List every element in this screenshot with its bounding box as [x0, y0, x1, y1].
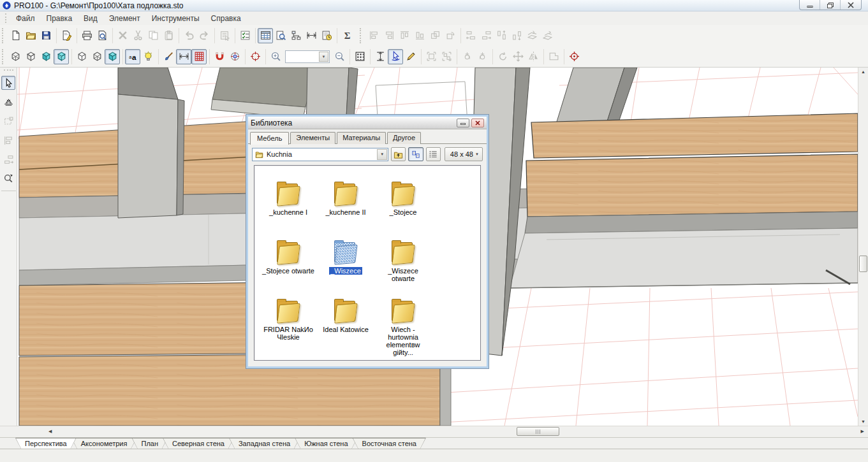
align-r-icon	[384, 30, 395, 41]
summary-button[interactable]: Σ	[339, 28, 355, 43]
zoom-tool-button[interactable]	[1, 171, 15, 185]
ungroup-button	[439, 49, 454, 64]
view-textures-button[interactable]	[54, 49, 69, 64]
menu-item-0[interactable]: Файл	[10, 13, 41, 24]
scroll-left-icon[interactable]: ◀	[48, 429, 52, 434]
center-point-button[interactable]	[566, 49, 582, 64]
library-tab-3[interactable]: Другое	[387, 132, 421, 144]
toolbar-group	[460, 28, 557, 43]
combo-dropdown-icon[interactable]: ▼	[319, 52, 328, 62]
view-color-button[interactable]	[38, 49, 54, 64]
report-button[interactable]	[59, 28, 74, 43]
show-dimensions-button[interactable]	[176, 49, 191, 64]
menu-item-3[interactable]: Элемент	[103, 13, 146, 24]
library-folder-item-2[interactable]: _Stojece	[374, 173, 432, 232]
library-tab-0[interactable]: Мебель	[250, 132, 289, 145]
view-tab-1[interactable]: Аксонометрия	[71, 438, 137, 449]
lighting-button[interactable]	[140, 49, 156, 64]
preview-pane-button[interactable]	[273, 28, 288, 43]
details-view-button[interactable]	[426, 147, 441, 161]
center-view-button[interactable]	[247, 49, 263, 64]
view-wireframe-button[interactable]	[8, 49, 23, 64]
up-folder-button[interactable]	[391, 147, 406, 161]
scroll-down-icon[interactable]: ▼	[858, 419, 868, 424]
library-tabs: МебельЭлементыМатериалыДругое	[248, 129, 487, 144]
pointer-mode-button[interactable]	[388, 49, 403, 64]
combo-dropdown-icon[interactable]: ▼	[377, 149, 387, 160]
library-tab-1[interactable]: Элементы	[290, 132, 335, 144]
view-tab-2[interactable]: План	[131, 438, 168, 449]
library-folder-item-1[interactable]: _kuchenne II	[317, 173, 374, 232]
library-folder-item-3[interactable]: _Stojece otwarte	[260, 232, 317, 291]
show-text-button[interactable]: aa	[125, 49, 140, 64]
structure-button[interactable]	[288, 28, 304, 43]
snap-points-button[interactable]	[227, 49, 242, 64]
menu-item-4[interactable]: Инструменты	[146, 13, 205, 24]
view-tab-0[interactable]: Перспектива	[15, 438, 77, 449]
dimensions-report-button[interactable]	[304, 28, 319, 43]
solid-mode-button[interactable]	[105, 49, 120, 64]
item-list-button[interactable]	[237, 28, 253, 43]
library-minimize-button[interactable]	[457, 119, 469, 127]
element-height-button[interactable]	[372, 49, 388, 64]
scroll-right-icon[interactable]: ▶	[861, 429, 864, 434]
toolbar-group	[56, 28, 76, 43]
library-folder-item-0[interactable]: _kuchenne I	[260, 173, 317, 232]
svg-text:a: a	[131, 53, 136, 61]
price-list-button[interactable]	[258, 28, 273, 43]
zoom-level-combo[interactable]: ▼	[285, 50, 330, 63]
scroll-up-icon[interactable]: ▲	[858, 69, 868, 74]
view-tab-label: Перспектива	[16, 438, 76, 449]
background-paint-button[interactable]	[161, 49, 176, 64]
show-grid-button[interactable]	[191, 49, 207, 64]
view-tab-5[interactable]: Южная стена	[295, 438, 357, 449]
zoom-out-button[interactable]	[332, 49, 347, 64]
library-folder-list[interactable]: _kuchenne I_kuchenne II_Stojece_Stojece …	[254, 165, 481, 361]
library-folder-item-7[interactable]: Ideal Katowice	[317, 291, 374, 349]
flat2-icon	[542, 30, 553, 41]
view-tab-4[interactable]: Западная стена	[229, 438, 300, 449]
properties-icon	[219, 30, 230, 41]
icon-size-combo[interactable]: 48 x 48 ▼	[445, 147, 483, 161]
menu-item-5[interactable]: Справка	[205, 13, 247, 24]
print-preview-button[interactable]	[94, 28, 110, 43]
menu-item-2[interactable]: Вид	[78, 13, 103, 24]
move-tool-button	[510, 49, 526, 64]
library-folder-item-6[interactable]: FRIDAR NakИо Чleskie	[260, 291, 317, 349]
contour-mode-button[interactable]	[74, 49, 89, 64]
close-button[interactable]	[841, 0, 861, 10]
library-folder-item-5[interactable]: _Wiszece otwarte	[374, 232, 432, 291]
draw-mode-button[interactable]	[403, 49, 418, 64]
pixel-snap-button[interactable]	[352, 49, 367, 64]
library-dialog-titlebar[interactable]: Библиотека	[248, 117, 487, 129]
minimize-button[interactable]	[800, 0, 820, 10]
time-report-button[interactable]	[319, 28, 334, 43]
open-button[interactable]	[23, 28, 38, 43]
folder-label: _Wiszece otwarte	[374, 267, 432, 282]
vertical-scrollbar[interactable]: ▲ ▼	[858, 68, 868, 426]
align-l-icon	[369, 30, 379, 41]
horizontal-scrollbar[interactable]: ◀ ▶	[0, 426, 868, 437]
print-button[interactable]	[79, 28, 94, 43]
library-folder-item-8[interactable]: Wiech - hurtownia elementвw giйty...	[374, 291, 432, 349]
vertical-scroll-thumb[interactable]	[859, 256, 867, 272]
section-tool-button[interactable]	[1, 95, 15, 109]
select-tool-button[interactable]	[1, 76, 15, 90]
restore-button[interactable]	[820, 0, 841, 10]
folder-path-combo[interactable]: Kuchnia ▼	[252, 148, 388, 161]
snap-magnet-button[interactable]	[212, 49, 227, 64]
library-tab-2[interactable]: Материалы	[337, 132, 386, 144]
new-button[interactable]	[8, 28, 23, 43]
view-white-button[interactable]	[23, 49, 38, 64]
view-tab-6[interactable]: Восточная стена	[353, 438, 426, 449]
icons-view-button[interactable]	[408, 147, 423, 161]
library-folder-item-4[interactable]: _Wiszece	[317, 232, 374, 291]
library-close-button[interactable]	[471, 119, 484, 127]
view-tab-3[interactable]: Северная стена	[163, 438, 234, 449]
select-dots-icon	[355, 51, 365, 62]
zoom-in-button[interactable]	[268, 49, 283, 64]
menu-item-1[interactable]: Правка	[41, 13, 78, 24]
wire-mode-button[interactable]	[89, 49, 105, 64]
horizontal-scroll-thumb[interactable]	[517, 427, 559, 436]
save-button[interactable]	[38, 28, 54, 43]
